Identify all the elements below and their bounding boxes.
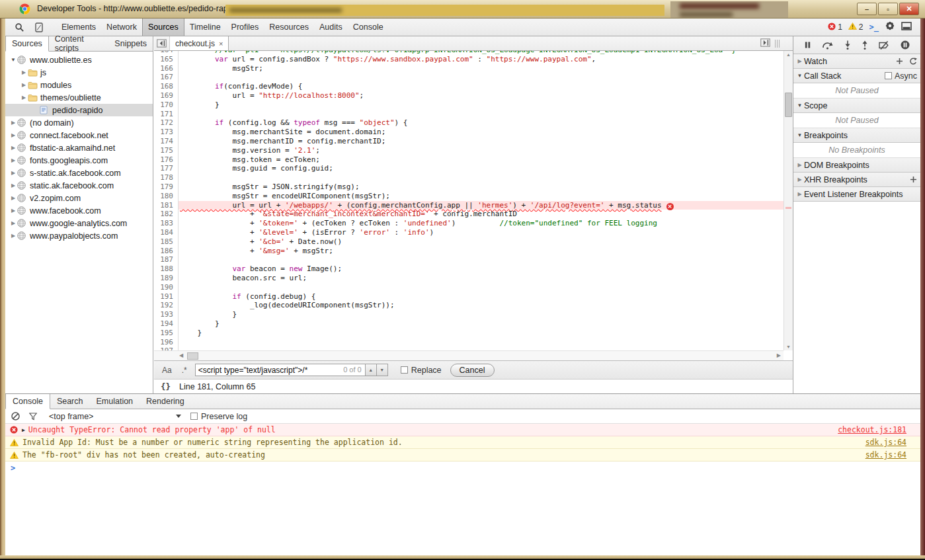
editor-tab-checkout-js[interactable]: checkout.js ×: [170, 36, 229, 50]
code-line-171[interactable]: 171: [154, 110, 784, 119]
close-tab-icon[interactable]: ×: [219, 40, 223, 48]
minimize-button[interactable]: –: [857, 3, 877, 15]
tab-sources[interactable]: Sources: [142, 19, 184, 36]
expand-icon[interactable]: ▶: [20, 95, 28, 100]
code-line-188[interactable]: 188 var beacon = new Image();: [154, 264, 784, 274]
refresh-icon[interactable]: [909, 58, 917, 65]
cancel-button[interactable]: Cancel: [450, 364, 495, 377]
drawer-tab-console[interactable]: Console: [5, 394, 50, 409]
code-line-193[interactable]: 193 }: [154, 310, 784, 319]
vscroll-thumb[interactable]: [785, 93, 792, 117]
next-match-icon[interactable]: ▼: [377, 364, 388, 376]
drawer-tab-rendering[interactable]: Rendering: [140, 394, 191, 409]
code-viewport[interactable]: 164 //var 'pt1' = 'https://t.paypal.com/…: [154, 51, 784, 350]
section-dom-breakpoints[interactable]: ▶DOM Breakpoints: [793, 158, 920, 173]
navigator-tab-content-scripts[interactable]: Content scripts: [49, 36, 108, 51]
code-line-186[interactable]: 186 + '&msg=' + msgStr;: [154, 247, 784, 256]
code-line-191[interactable]: 191 if (config.debug) {: [154, 292, 784, 301]
expand-icon[interactable]: ▶: [9, 157, 17, 163]
filter-icon[interactable]: [29, 413, 37, 420]
expand-icon[interactable]: ▶: [9, 195, 17, 201]
pause-on-exceptions-icon[interactable]: [901, 40, 910, 50]
close-button[interactable]: ✕: [899, 3, 919, 15]
code-line-184[interactable]: 184 + '&level=' + (isError ? 'error' : '…: [154, 228, 784, 237]
code-line-180[interactable]: 180 msgStr = encodeURIComponent(msgStr);: [154, 192, 784, 201]
expand-icon[interactable]: ▶: [9, 220, 17, 226]
device-mode-icon[interactable]: [30, 19, 48, 36]
expand-icon[interactable]: ▶: [20, 82, 28, 88]
scroll-right-icon[interactable]: ▶: [777, 352, 781, 358]
code-line-194[interactable]: 194 }: [154, 319, 784, 329]
tab-audits[interactable]: Audits: [314, 19, 348, 36]
tree-item-v2-zopim-com[interactable]: ▶v2.zopim.com: [5, 192, 153, 204]
tab-elements[interactable]: Elements: [56, 19, 101, 36]
drawer-tab-emulation[interactable]: Emulation: [89, 394, 140, 409]
tab-profiles[interactable]: Profiles: [226, 19, 264, 36]
pause-icon[interactable]: [804, 41, 811, 49]
tree-item-modules[interactable]: ▶modules: [5, 79, 153, 91]
regex-toggle[interactable]: .*: [180, 365, 189, 376]
expand-icon[interactable]: ▶: [9, 120, 17, 126]
previous-match-icon[interactable]: ▲: [366, 364, 377, 376]
dock-side-icon[interactable]: [901, 21, 912, 33]
error-count-badge[interactable]: 1: [828, 22, 842, 32]
maximize-button[interactable]: ▫: [878, 3, 898, 15]
code-line-166[interactable]: 166 msgStr;: [154, 64, 784, 73]
navigator-tab-snippets[interactable]: Snippets: [108, 36, 153, 51]
tab-network[interactable]: Network: [101, 19, 142, 36]
tree-item--no-domain-[interactable]: ▶(no domain): [5, 116, 153, 129]
section-event-listener-breakpoints[interactable]: ▶Event Listener Breakpoints: [793, 187, 920, 202]
code-line-192[interactable]: 192 _log(decodeURIComponent(msgStr));: [154, 301, 784, 310]
section-call-stack[interactable]: ▼Call StackAsync: [793, 69, 920, 83]
tree-item-static-ak-facebook-com[interactable]: ▶static.ak.facebook.com: [5, 179, 153, 192]
code-line-195[interactable]: 195 }: [154, 329, 784, 338]
section-scope[interactable]: ▼Scope: [793, 99, 920, 113]
clear-console-icon[interactable]: [11, 412, 20, 420]
tree-item-fbstatic-a-akamaihd-net[interactable]: ▶fbstatic-a.akamaihd.net: [5, 141, 153, 154]
tree-item-pedido-rapido[interactable]: pedido-rapido: [5, 104, 153, 116]
tree-item-themes-oubliette[interactable]: ▶themes/oubliette: [5, 91, 153, 104]
step-out-icon[interactable]: [862, 40, 868, 50]
gear-icon[interactable]: [885, 20, 895, 34]
tab-resources[interactable]: Resources: [264, 19, 314, 36]
tree-item-s-static-ak-facebook-com[interactable]: ▶s-static.ak.facebook.com: [5, 167, 153, 179]
code-line-165[interactable]: 165 var url = config.sandBox ? "https://…: [154, 55, 784, 64]
expand-icon[interactable]: ▶: [9, 233, 17, 239]
scroll-left-icon[interactable]: ◀: [179, 352, 183, 358]
tree-item-www-paypalobjects-com[interactable]: ▶www.paypalobjects.com: [5, 229, 153, 242]
preserve-log-checkbox[interactable]: [190, 413, 198, 420]
show-drawer-icon[interactable]: [760, 38, 770, 49]
code-line-168[interactable]: 168 if(config.devMode) {: [154, 82, 784, 91]
async-checkbox[interactable]: [885, 72, 892, 79]
console-prompt[interactable]: >: [5, 461, 920, 474]
tree-item-js[interactable]: ▶js: [5, 66, 153, 79]
deactivate-breakpoints-icon[interactable]: [879, 41, 889, 50]
tab-timeline[interactable]: Timeline: [184, 19, 226, 36]
console-message[interactable]: The "fb-root" div has not been created, …: [5, 449, 920, 461]
expand-icon[interactable]: ▶: [9, 132, 17, 138]
frame-selector[interactable]: <top frame>: [49, 412, 181, 421]
section-watch[interactable]: ▶Watch: [793, 54, 920, 69]
source-link[interactable]: sdk.js:64: [865, 438, 906, 447]
step-over-icon[interactable]: [822, 41, 833, 50]
collapse-icon[interactable]: ▼: [9, 57, 17, 63]
section-breakpoints[interactable]: ▼Breakpoints: [793, 128, 920, 143]
splitter-grip[interactable]: [775, 40, 781, 48]
horizontal-scrollbar[interactable]: ◀ ▶: [154, 350, 784, 360]
code-line-185[interactable]: 185 + '&cb=' + Date.now(): [154, 237, 784, 247]
tree-item-connect-facebook-net[interactable]: ▶connect.facebook.net: [5, 129, 153, 141]
code-line-177[interactable]: 177 msg.guid = config.guid;: [154, 164, 784, 173]
code-line-178[interactable]: 178: [154, 173, 784, 182]
match-case-toggle[interactable]: Aa: [160, 365, 174, 376]
scroll-up-icon[interactable]: ▲: [784, 52, 793, 57]
step-into-icon[interactable]: [844, 40, 851, 50]
warning-count-badge[interactable]: 2: [848, 22, 864, 32]
expand-icon[interactable]: ▶: [9, 182, 17, 188]
section-xhr-breakpoints[interactable]: ▶XHR Breakpoints: [793, 173, 920, 187]
hscroll-thumb[interactable]: [187, 352, 198, 360]
pretty-print-icon[interactable]: {}: [161, 381, 171, 391]
vertical-scrollbar[interactable]: ▲ ▼: [784, 51, 793, 350]
code-line-179[interactable]: 179 msgStr = JSON.stringify(msg);: [154, 182, 784, 192]
expand-icon[interactable]: ▶: [9, 145, 17, 151]
code-line-174[interactable]: 174 msg.merchantID = config.merchantID;: [154, 137, 784, 146]
